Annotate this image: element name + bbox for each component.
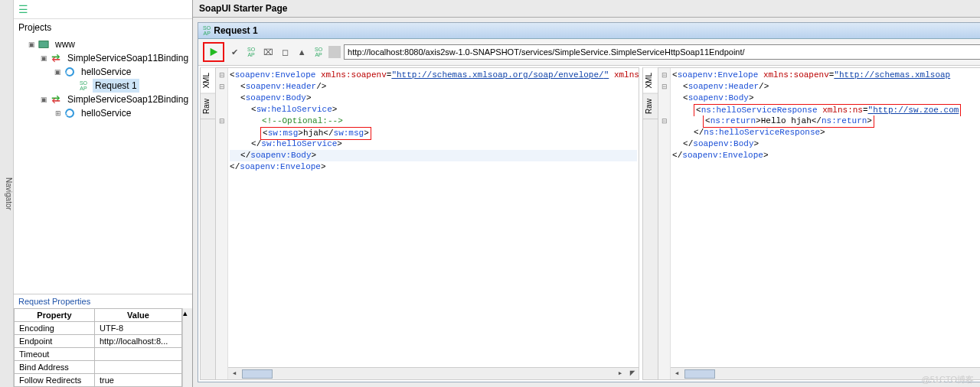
tree-label: SimpleServiceSoap12Binding [65, 93, 191, 106]
collapse-icon[interactable]: ▣ [40, 51, 48, 65]
soap-icon[interactable]: SOAP [244, 45, 258, 59]
soap-icon[interactable]: SOAP [312, 45, 325, 59]
collapse-icon[interactable]: ▣ [54, 65, 62, 79]
tree-label: helloService [79, 106, 133, 120]
soap-icon: SOAP [203, 25, 211, 36]
collapse-icon[interactable]: ▣ [40, 93, 48, 106]
project-tree[interactable]: ▣ www ▣ SimpleServiceSoap11Binding ▣ hel… [14, 36, 192, 294]
tree-label: helloService [79, 65, 133, 79]
table-row: Endpointhttp://localhost:8... [15, 335, 182, 348]
col-property: Property [15, 309, 95, 322]
operation-icon [64, 66, 76, 78]
tab-raw[interactable]: Raw [643, 94, 658, 119]
properties-table[interactable]: PropertyValue EncodingUTF-8 Endpointhttp… [14, 308, 182, 387]
tree-node-binding[interactable]: ▣ SimpleServiceSoap11Binding [17, 51, 191, 65]
tree-label: Request 1 [93, 79, 139, 93]
operation-icon [64, 107, 76, 119]
project-icon [38, 38, 50, 50]
fold-gutter[interactable]: ⊟⊟⊟ [216, 68, 228, 379]
binding-icon [50, 93, 62, 106]
col-value: Value [94, 309, 181, 322]
starter-page-tab[interactable]: SoapUI Starter Page ▫ ◱ ⨯ [193, 0, 980, 18]
tree-label: www [53, 37, 77, 51]
disabled-button [328, 46, 341, 58]
soap-icon: SOAP [77, 80, 90, 92]
table-row: EncodingUTF-8 [15, 322, 182, 335]
collapse-icon[interactable]: ▣ [28, 37, 36, 51]
tab-raw[interactable]: Raw [201, 94, 215, 119]
request-properties-title: Request Properties [14, 294, 192, 308]
table-row: Timeout [15, 348, 182, 361]
tree-node-service[interactable]: ⊞ helloService [17, 106, 191, 120]
projects-label: Projects [14, 19, 192, 36]
attachments-button[interactable]: ⌧ [261, 45, 275, 59]
auth-button[interactable]: ▲ [295, 45, 309, 59]
navigator-side-tab[interactable]: Navigator [0, 0, 14, 387]
hamburger-icon[interactable]: ☰ [14, 0, 192, 19]
scrollbar-vertical[interactable]: ▴ [182, 308, 192, 387]
expand-icon[interactable]: ⊞ [54, 106, 62, 120]
watermark: @51CTO博客 [922, 374, 974, 385]
tree-node-request[interactable]: SOAP Request 1 [17, 79, 191, 93]
binding-icon [50, 52, 62, 64]
request-toolbar: ✔ SOAP ⌧ ◻ ▲ SOAP ▾ ◧ + ? [198, 39, 980, 66]
tree-node-binding[interactable]: ▣ SimpleServiceSoap12Binding [17, 93, 191, 106]
fold-gutter[interactable]: ⊟⊟⊟ [658, 68, 671, 379]
right-panel: SoapUI Starter Page ▫ ◱ ⨯ SOAP Request 1… [193, 0, 980, 387]
tree-node-service[interactable]: ▣ helloService [17, 65, 191, 79]
left-panel: Navigator ☰ Projects ▣ www ▣ SimpleServi… [0, 0, 193, 387]
response-xml-viewer[interactable]: <soapenv:Envelope xmlns:soapenv="http://… [671, 68, 980, 379]
request-pane: XML Raw ⊟⊟⊟ <soapenv:Envelope xmlns:soap… [200, 67, 639, 380]
request-xml-editor[interactable]: <soapenv:Envelope xmlns:soapenv="http://… [228, 68, 639, 379]
tab-xml[interactable]: XML [201, 68, 215, 94]
request-editor: SOAP Request 1 ▫ ◱ ⨯ ✔ SOAP ⌧ ◻ ▲ SOAP [198, 22, 980, 382]
response-pane: XML Raw ⊟⊟⊟ <soapenv:Envelope xmlns:soap… [642, 67, 980, 380]
scrollbar-horizontal[interactable]: ◂▸◤ [228, 367, 639, 379]
run-button[interactable] [203, 42, 224, 62]
tab-xml[interactable]: XML [643, 68, 658, 94]
svg-rect-0 [39, 41, 48, 48]
tree-node-project[interactable]: ▣ www [17, 37, 191, 51]
tree-label: SimpleServiceSoap11Binding [65, 51, 191, 65]
table-row: Follow Redirectstrue [15, 374, 182, 387]
stop-button[interactable]: ✔ [227, 45, 241, 59]
table-row: Bind Address [15, 361, 182, 374]
create-empty-button[interactable]: ◻ [278, 45, 292, 59]
starter-title: SoapUI Starter Page [199, 3, 287, 14]
endpoint-url-input[interactable] [344, 44, 980, 60]
request-title: Request 1 [214, 25, 257, 36]
